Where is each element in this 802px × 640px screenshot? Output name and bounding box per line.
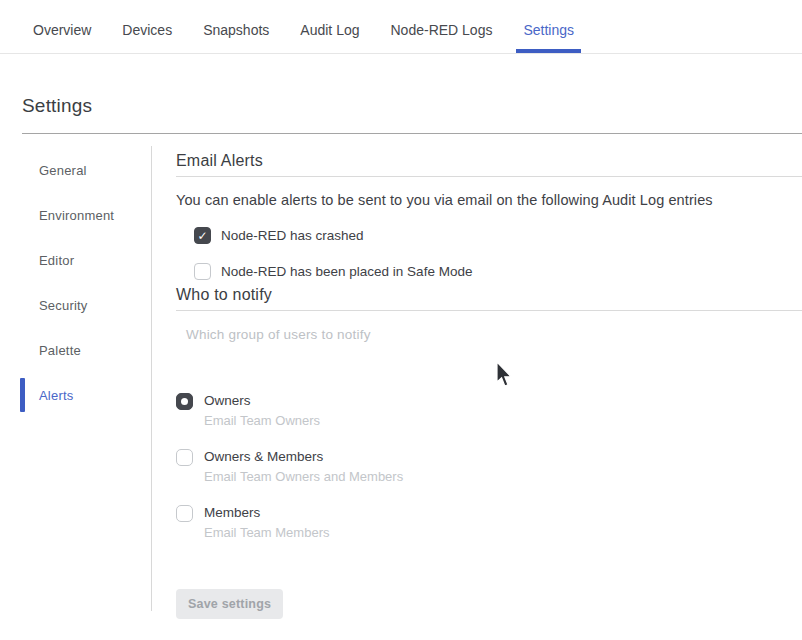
radio-row-members[interactable]: Members Email Team Members xyxy=(176,504,802,541)
crashed-checkbox-label: Node-RED has crashed xyxy=(221,228,364,243)
radio-row-owners-members[interactable]: Owners & Members Email Team Owners and M… xyxy=(176,448,802,485)
alerts-settings-panel: Email Alerts You can enable alerts to be… xyxy=(152,146,802,619)
tab-overview[interactable]: Overview xyxy=(26,0,98,53)
sidebar-item-general[interactable]: General xyxy=(20,148,151,193)
members-radio-description: Email Team Members xyxy=(204,524,329,541)
radio-dot-icon xyxy=(181,398,188,405)
sidebar-item-alerts[interactable]: Alerts xyxy=(20,373,151,418)
safe-mode-checkbox-label: Node-RED has been placed in Safe Mode xyxy=(221,264,472,279)
sidebar-item-environment[interactable]: Environment xyxy=(20,193,151,238)
checkbox-row-crashed[interactable]: ✓ Node-RED has crashed xyxy=(194,227,802,244)
tab-snapshots[interactable]: Snapshots xyxy=(196,0,276,53)
tab-audit-log[interactable]: Audit Log xyxy=(293,0,366,53)
sidebar-item-security[interactable]: Security xyxy=(20,283,151,328)
radio-row-owners[interactable]: Owners Email Team Owners xyxy=(176,392,802,429)
settings-content: General Environment Editor Security Pale… xyxy=(20,146,802,619)
save-settings-button[interactable]: Save settings xyxy=(176,589,283,619)
members-radio[interactable] xyxy=(176,505,193,522)
owners-radio[interactable] xyxy=(176,393,193,410)
sidebar-item-editor[interactable]: Editor xyxy=(20,238,151,283)
check-icon: ✓ xyxy=(195,228,210,243)
title-divider xyxy=(22,133,802,134)
project-tab-bar: Overview Devices Snapshots Audit Log Nod… xyxy=(0,0,802,54)
safe-mode-checkbox[interactable] xyxy=(194,263,211,280)
owners-radio-description: Email Team Owners xyxy=(204,412,320,429)
sidebar-item-palette[interactable]: Palette xyxy=(20,328,151,373)
settings-sidebar: General Environment Editor Security Pale… xyxy=(20,146,152,611)
owners-members-radio-description: Email Team Owners and Members xyxy=(204,468,403,485)
owners-members-radio-label: Owners & Members xyxy=(204,448,403,465)
who-to-notify-hint: Which group of users to notify xyxy=(186,327,802,342)
email-alerts-description: You can enable alerts to be sent to you … xyxy=(176,192,802,208)
owners-members-radio[interactable] xyxy=(176,449,193,466)
owners-radio-label: Owners xyxy=(204,392,320,409)
tab-settings[interactable]: Settings xyxy=(516,0,581,53)
email-alerts-heading: Email Alerts xyxy=(176,152,802,177)
page-title: Settings xyxy=(22,95,802,117)
crashed-checkbox[interactable]: ✓ xyxy=(194,227,211,244)
tab-devices[interactable]: Devices xyxy=(115,0,179,53)
tab-node-red-logs[interactable]: Node-RED Logs xyxy=(384,0,500,53)
checkbox-row-safe-mode[interactable]: Node-RED has been placed in Safe Mode xyxy=(194,263,802,280)
notify-radio-group: Owners Email Team Owners Owners & Member… xyxy=(176,392,802,541)
members-radio-label: Members xyxy=(204,504,329,521)
who-to-notify-heading: Who to notify xyxy=(176,286,802,311)
